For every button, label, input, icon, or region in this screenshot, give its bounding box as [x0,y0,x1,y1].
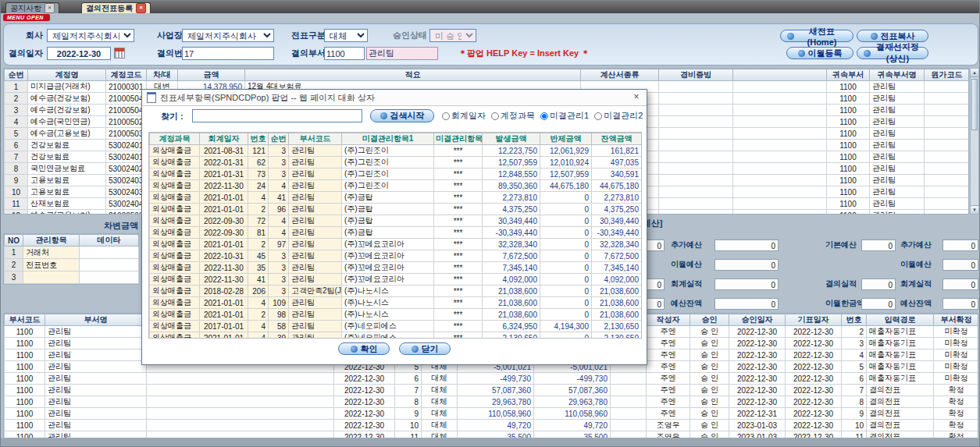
cell[interactable]: 8 [842,396,867,408]
dept-voucher-row[interactable]: 1100관리팀2022-12-307대체57,087,36057,087,360… [5,385,979,396]
cell[interactable]: 0 [540,309,592,321]
cell[interactable]: 관리팀 [289,180,342,192]
cell[interactable]: 30,349,440 [483,215,540,227]
cell[interactable]: 외상매출금 [150,239,200,250]
cell[interactable]: 확정 [934,396,979,408]
cell[interactable]: 21,038,600 [483,309,540,321]
cell[interactable]: 매출자동기표 [867,361,934,373]
cell[interactable] [659,105,733,116]
cell[interactable]: 확정 [934,431,979,439]
cell[interactable]: 국민연금보험료 [28,163,106,175]
cell[interactable]: 외상매출금 [150,145,200,157]
cell[interactable]: *** [434,262,483,274]
cell[interactable]: 건강보험료 [28,140,106,151]
cell[interactable]: 4 [248,297,269,309]
close-button[interactable]: 닫기 [399,342,451,355]
cell[interactable]: 121 [248,145,269,157]
cell[interactable] [925,210,970,215]
slip-type-select[interactable]: 대체 [324,29,368,42]
cell[interactable]: 관리팀 [289,297,342,309]
cell[interactable]: 21000503 [106,210,147,215]
cell[interactable] [80,271,139,284]
open-item-row[interactable]: 외상매출금2021-01-01297관리팀(주)꼬메요코리아***32,328,… [150,239,642,250]
cell[interactable]: 전표번호 [23,259,80,271]
cell[interactable] [733,151,827,163]
cell[interactable]: 3 [269,145,289,157]
cell[interactable]: 2023-01-03 [729,420,786,431]
cell[interactable]: 35,500 [534,431,611,439]
open-item-row[interactable]: 외상매출금2022-01-31623관리팀(주)그린조이***12,507,95… [150,157,642,169]
cell[interactable]: *** [434,239,483,250]
cell[interactable] [147,431,334,439]
cell[interactable]: 3 [842,338,867,349]
cell[interactable]: 외상매출금 [150,215,200,227]
cell[interactable]: 외상매출금 [150,192,200,204]
cell[interactable] [147,373,334,385]
open-item-row[interactable]: 외상매출금2022-09-30724관리팀(주)금탑***30,349,4400… [150,215,642,227]
cell[interactable]: 21000504 [106,105,147,116]
cell[interactable]: (주)네오피에스 [342,321,434,332]
cell[interactable]: 12,507,959 [483,157,540,169]
cell[interactable]: 1100 [827,140,870,151]
cell[interactable]: 2,130,650 [592,332,642,339]
cell[interactable]: 예수금(건강보험) [28,105,106,116]
cell[interactable]: 관리팀 [45,326,147,338]
cell[interactable]: 32,328,340 [592,239,642,250]
cell[interactable]: 외상매출금 [150,250,200,262]
cell[interactable] [147,408,334,420]
cell[interactable]: 4 [269,215,289,227]
cell[interactable]: 2022-12-31 [729,408,786,420]
cell[interactable]: 결의전표 [867,420,934,431]
cell[interactable]: 2022-12-30 [786,396,842,408]
cell[interactable]: 2022-12-30 [729,373,786,385]
cell[interactable]: 예수금(고용보험) [28,210,106,215]
carryover-register-button[interactable]: 이월등록 [786,47,853,59]
cell[interactable]: 12,848,550 [483,169,540,180]
cell[interactable]: 41 [269,192,289,204]
open-item-row[interactable]: 외상매출금2021-01-31733관리팀(주)그린조이***12,848,55… [150,169,642,180]
cell[interactable]: 5 [5,128,28,140]
cell[interactable]: 1100 [827,128,870,140]
cell[interactable]: 21,038,600 [483,286,540,297]
cell[interactable]: 4 [5,116,28,128]
cell[interactable]: 1100 [827,198,870,210]
cell[interactable]: 0 [540,274,592,286]
cell[interactable]: *** [434,286,483,297]
cell[interactable]: 57,087,360 [534,385,611,396]
cell[interactable]: (주)꼬메요코리아 [342,262,434,274]
radio-account-title-input[interactable] [491,112,499,120]
cell[interactable]: 승 인 [690,396,729,408]
cell[interactable]: 2 [248,239,269,250]
cell[interactable]: 관리팀 [870,93,925,105]
tab-voucher-entry[interactable]: 결의전표등록 × [81,2,151,13]
cell[interactable]: 29,963,780 [534,396,611,408]
cell[interactable] [733,210,827,215]
cell[interactable]: (주)그린조이 [342,157,434,169]
cell[interactable]: 예수금(건강보험) [28,93,106,105]
cell[interactable]: 2 [248,309,269,321]
tab-close-icon[interactable]: × [45,3,55,13]
cell[interactable] [659,93,733,105]
cell[interactable]: 주엔 [647,326,690,338]
cell[interactable]: 2022-12-30 [334,385,395,396]
site-select[interactable]: 제일저지주식회사 [182,29,274,42]
cell[interactable]: 110,058,960 [534,408,611,420]
approval-line-button[interactable]: 결재선지정(상신) [857,47,928,59]
radio-open-mgmt2-input[interactable] [594,112,602,120]
cell[interactable]: *** [434,180,483,192]
cell[interactable]: 3 [269,274,289,286]
cell[interactable]: 외상매출금 [150,157,200,169]
cell[interactable]: 0 [540,332,592,339]
cell[interactable]: 관리팀 [870,163,925,175]
cell[interactable]: 고용보험료 [28,175,106,186]
cell[interactable]: 35,500 [458,431,534,439]
cell[interactable]: 0 [540,297,592,309]
cell[interactable]: 2022-12-30 [786,326,842,338]
cell[interactable]: 1100 [5,396,45,408]
cell[interactable]: 외상매출금 [150,262,200,274]
cell[interactable]: 2 [842,326,867,338]
cell[interactable]: 10 [395,420,422,431]
cell[interactable]: 대체 [422,431,458,439]
cell[interactable] [925,151,970,163]
cell[interactable]: 12 [5,210,28,215]
